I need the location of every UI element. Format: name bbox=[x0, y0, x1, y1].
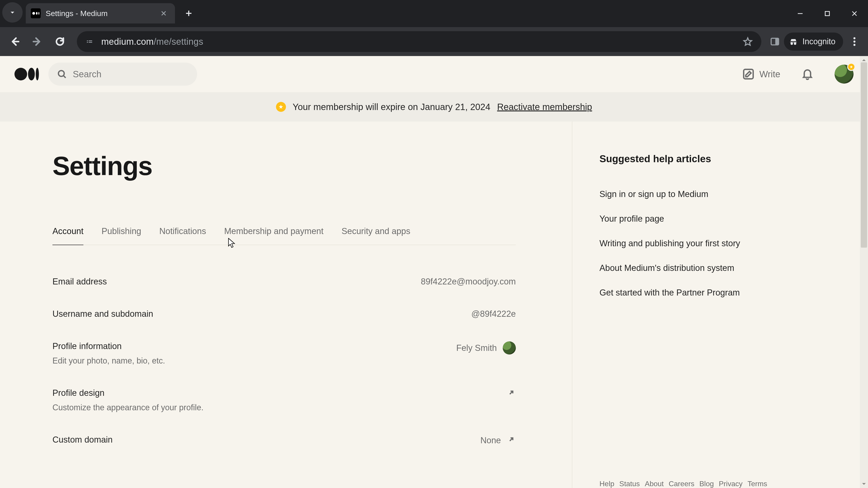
mouse-cursor-icon bbox=[228, 238, 236, 248]
content-grid: Settings Account Publishing Notification… bbox=[0, 122, 868, 488]
nav-forward-button[interactable] bbox=[27, 31, 48, 52]
row-value: Fely Smith bbox=[456, 341, 516, 355]
page-viewport: Write Your membership will expire on Jan… bbox=[0, 56, 868, 488]
chrome-menu-button[interactable] bbox=[845, 33, 864, 51]
scroll-down-arrow-icon[interactable] bbox=[860, 480, 868, 488]
medium-favicon bbox=[31, 8, 41, 18]
window-maximize-button[interactable] bbox=[814, 0, 841, 27]
row-username[interactable]: Username and subdomain @89f4222e bbox=[53, 309, 516, 319]
footer-link[interactable]: Careers bbox=[669, 480, 694, 488]
footer-link[interactable]: Terms bbox=[747, 480, 767, 488]
footer-link[interactable]: Status bbox=[619, 480, 640, 488]
incognito-label: Incognito bbox=[802, 37, 835, 46]
row-value: 89f4222e@moodjoy.com bbox=[421, 277, 516, 287]
window-controls bbox=[786, 0, 868, 27]
write-icon bbox=[742, 68, 755, 80]
settings-tabs: Account Publishing Notifications Members… bbox=[53, 226, 516, 245]
address-bar[interactable]: medium.com/me/settings bbox=[77, 31, 761, 52]
membership-banner: Your membership will expire on January 2… bbox=[0, 92, 868, 122]
tab-title: Settings - Medium bbox=[46, 9, 154, 18]
nav-back-button[interactable] bbox=[4, 31, 25, 52]
help-link[interactable]: Writing and publishing your first story bbox=[599, 238, 850, 248]
nav-reload-button[interactable] bbox=[50, 31, 70, 52]
help-link[interactable]: Get started with the Partner Program bbox=[599, 288, 850, 297]
external-link-icon bbox=[507, 435, 516, 446]
external-link-icon bbox=[507, 388, 516, 397]
tab-membership[interactable]: Membership and payment bbox=[224, 226, 323, 245]
main-column: Settings Account Publishing Notification… bbox=[0, 122, 572, 488]
member-star-icon bbox=[276, 102, 286, 112]
vertical-scrollbar[interactable] bbox=[860, 56, 868, 488]
footer-link[interactable]: Privacy bbox=[719, 480, 743, 488]
tab-account[interactable]: Account bbox=[53, 226, 84, 245]
medium-logo[interactable] bbox=[14, 68, 39, 80]
row-label: Custom domain bbox=[53, 435, 113, 445]
row-custom-domain[interactable]: Custom domain None bbox=[53, 435, 516, 446]
tab-search-button[interactable] bbox=[2, 2, 23, 23]
banner-text: Your membership will expire on January 2… bbox=[293, 102, 491, 112]
svg-rect-0 bbox=[825, 11, 830, 16]
window-close-button[interactable] bbox=[841, 0, 868, 27]
footer-link[interactable]: Blog bbox=[700, 480, 714, 488]
svg-point-6 bbox=[58, 70, 64, 76]
row-value: @89f4222e bbox=[471, 309, 516, 319]
footer-links: Help Status About Careers Blog Privacy T… bbox=[599, 480, 855, 488]
row-profile-design[interactable]: Profile design Customize the appearance … bbox=[53, 388, 516, 412]
row-sublabel: Customize the appearance of your profile… bbox=[53, 403, 204, 412]
svg-point-4 bbox=[853, 40, 855, 42]
browser-window: Settings - Medium medium.com/me/settings bbox=[0, 0, 868, 488]
reactivate-link[interactable]: Reactivate membership bbox=[497, 102, 592, 112]
search-icon bbox=[57, 68, 67, 80]
svg-point-3 bbox=[853, 37, 855, 39]
row-sublabel: Edit your photo, name, bio, etc. bbox=[53, 356, 165, 365]
sidebar-title: Suggested help articles bbox=[599, 153, 850, 164]
row-value: None bbox=[480, 435, 516, 446]
page-title: Settings bbox=[53, 151, 572, 181]
incognito-icon bbox=[788, 37, 798, 46]
incognito-indicator[interactable]: Incognito bbox=[784, 33, 843, 51]
svg-point-5 bbox=[853, 44, 855, 46]
svg-rect-7 bbox=[744, 69, 753, 79]
window-minimize-button[interactable] bbox=[786, 0, 814, 27]
browser-toolbar: medium.com/me/settings Incognito bbox=[0, 27, 868, 56]
scrollbar-thumb[interactable] bbox=[861, 62, 867, 248]
row-label: Profile design bbox=[53, 388, 204, 398]
tab-security[interactable]: Security and apps bbox=[342, 226, 410, 245]
row-profile-info[interactable]: Profile information Edit your photo, nam… bbox=[53, 341, 516, 365]
side-panel-icon[interactable] bbox=[768, 35, 782, 48]
notifications-button[interactable] bbox=[801, 67, 814, 81]
bell-icon bbox=[801, 67, 814, 80]
avatar-thumbnail bbox=[503, 341, 516, 355]
help-link[interactable]: Your profile page bbox=[599, 214, 850, 224]
tab-close-button[interactable] bbox=[159, 9, 168, 18]
row-label: Profile information bbox=[53, 341, 165, 351]
write-button[interactable]: Write bbox=[742, 68, 780, 80]
help-link[interactable]: Sign in or sign up to Medium bbox=[599, 189, 850, 199]
browser-titlebar: Settings - Medium bbox=[0, 0, 868, 27]
help-link[interactable]: About Medium's distribution system bbox=[599, 263, 850, 273]
url-text: medium.com/me/settings bbox=[101, 37, 735, 47]
tab-notifications[interactable]: Notifications bbox=[159, 226, 206, 245]
bookmark-star-icon[interactable] bbox=[741, 35, 754, 48]
search-input[interactable] bbox=[73, 69, 188, 79]
row-label: Username and subdomain bbox=[53, 309, 153, 319]
sidebar-column: Suggested help articles Sign in or sign … bbox=[572, 122, 868, 488]
settings-list: Email address 89f4222e@moodjoy.com Usern… bbox=[53, 277, 516, 446]
write-label: Write bbox=[759, 69, 780, 79]
site-info-icon[interactable] bbox=[84, 36, 95, 47]
footer-link[interactable]: Help bbox=[599, 480, 614, 488]
browser-tab[interactable]: Settings - Medium bbox=[26, 3, 175, 24]
row-label: Email address bbox=[53, 277, 107, 287]
member-badge-icon bbox=[847, 63, 855, 71]
new-tab-button[interactable] bbox=[181, 5, 197, 21]
search-field[interactable] bbox=[49, 63, 197, 86]
profile-menu[interactable] bbox=[835, 65, 854, 84]
tab-publishing[interactable]: Publishing bbox=[101, 226, 141, 245]
site-header: Write bbox=[0, 56, 868, 92]
help-article-list: Sign in or sign up to Medium Your profil… bbox=[599, 189, 850, 297]
svg-rect-2 bbox=[775, 38, 779, 45]
footer-link[interactable]: About bbox=[645, 480, 664, 488]
row-email[interactable]: Email address 89f4222e@moodjoy.com bbox=[53, 277, 516, 287]
